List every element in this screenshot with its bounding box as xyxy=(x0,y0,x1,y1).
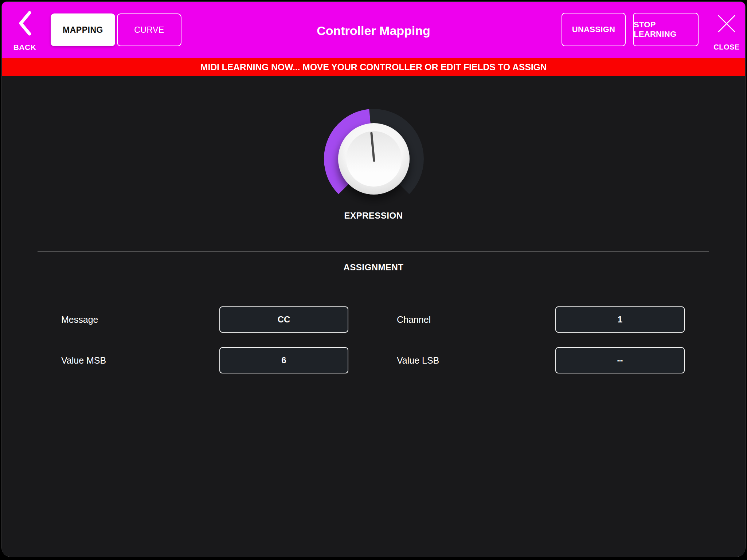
value-msb-label: Value MSB xyxy=(61,347,106,373)
tab-bar: MAPPING CURVE xyxy=(51,13,181,46)
header-bar: BACK MAPPING CURVE Controller Mapping UN… xyxy=(2,2,745,58)
midi-learn-banner: MIDI LEARNING NOW... MOVE YOUR CONTROLLE… xyxy=(2,58,745,76)
mapping-body: EXPRESSION ASSIGNMENT Message CC Channel… xyxy=(2,76,745,557)
close-button[interactable]: CLOSE xyxy=(711,2,742,58)
controller-mapping-screen: BACK MAPPING CURVE Controller Mapping UN… xyxy=(0,0,747,560)
value-lsb-field[interactable]: -- xyxy=(555,347,685,373)
value-msb-field[interactable]: 6 xyxy=(219,347,348,373)
controller-mapping-dialog: BACK MAPPING CURVE Controller Mapping UN… xyxy=(1,1,746,557)
section-divider xyxy=(38,251,709,252)
expression-knob[interactable] xyxy=(321,106,427,212)
midi-learn-banner-text: MIDI LEARNING NOW... MOVE YOUR CONTROLLE… xyxy=(200,62,547,73)
close-x-icon xyxy=(717,14,736,34)
knob-label: EXPRESSION xyxy=(2,211,745,221)
unassign-button[interactable]: UNASSIGN xyxy=(562,13,626,46)
assignment-title: ASSIGNMENT xyxy=(2,262,745,273)
tab-curve[interactable]: CURVE xyxy=(117,13,181,46)
channel-label: Channel xyxy=(397,306,431,333)
back-button[interactable]: BACK xyxy=(8,2,45,58)
message-field[interactable]: CC xyxy=(219,306,348,333)
channel-field[interactable]: 1 xyxy=(555,306,685,333)
chevron-left-icon xyxy=(16,10,35,37)
message-label: Message xyxy=(61,306,98,333)
tab-mapping[interactable]: MAPPING xyxy=(51,13,115,46)
back-label: BACK xyxy=(8,43,41,52)
close-label: CLOSE xyxy=(711,43,742,51)
value-lsb-label: Value LSB xyxy=(397,347,439,373)
stop-learning-button[interactable]: STOP LEARNING xyxy=(633,13,699,46)
